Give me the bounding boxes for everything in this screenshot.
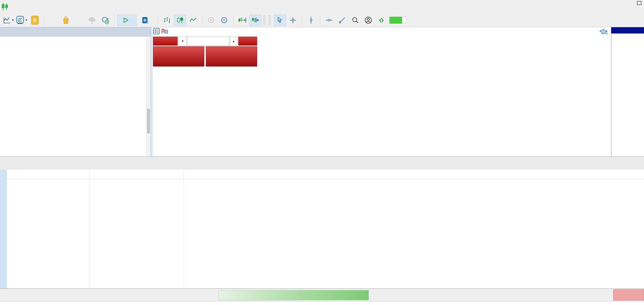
search-icon: [352, 16, 359, 24]
horizontal-line-icon: [325, 18, 333, 22]
volume-down-button[interactable]: ▼: [179, 37, 187, 46]
market-watch-button[interactable]: ▼: [16, 15, 28, 26]
volume-input[interactable]: [187, 37, 229, 46]
macd-current-box: [611, 27, 644, 34]
app-logo-icon: [1, 2, 8, 12]
trendline-tool-button[interactable]: [336, 15, 348, 26]
log-table-header: [7, 170, 644, 179]
algo-trading-button[interactable]: [117, 15, 137, 26]
connection-status-bar: [389, 17, 406, 24]
zoom-in-button[interactable]: [205, 15, 217, 26]
toolbar: ▼ ▼ $: [0, 13, 644, 27]
bar-chart-type-button[interactable]: [161, 15, 173, 26]
bottom-bar: [0, 289, 644, 301]
signals-button[interactable]: [73, 15, 85, 26]
cursor-icon: [276, 16, 284, 24]
community-button[interactable]: [99, 15, 111, 26]
navigator-scrollbar-thumb[interactable]: [147, 109, 150, 134]
candlestick-chart-type-button[interactable]: [174, 15, 186, 26]
navigator-tabs: [0, 157, 151, 170]
chart-title-row: [153, 28, 170, 34]
navigator-scrollbar[interactable]: [146, 37, 150, 157]
trendline-icon: [338, 16, 346, 24]
market-watch-caret-icon[interactable]: ▼: [25, 19, 28, 21]
crosshair-icon: [289, 16, 297, 24]
sell-button[interactable]: [153, 37, 178, 46]
zoom-out-button[interactable]: [218, 15, 230, 26]
toolbar-grip-2[interactable]: [268, 15, 271, 25]
chart-window-caret-icon[interactable]: ▼: [12, 19, 14, 21]
navigator-tree: [0, 37, 151, 157]
dollar-icon: $: [31, 16, 39, 25]
volume-up-button[interactable]: ▲: [230, 37, 237, 46]
chart-left-edge: [151, 27, 153, 157]
sell-price-box[interactable]: [153, 46, 204, 66]
new-order-icon: [142, 16, 149, 24]
crosshair-tool-button[interactable]: [287, 15, 299, 26]
ea-cap-icon: [600, 29, 607, 35]
log-panel: [0, 170, 644, 289]
chart-window-button[interactable]: ▼: [3, 15, 15, 26]
buy-button[interactable]: [238, 37, 257, 46]
cloud-button[interactable]: [86, 15, 98, 26]
log-collapse-strip[interactable]: [0, 170, 7, 289]
ea-badge: [597, 29, 607, 35]
one-click-trading-icon[interactable]: [161, 28, 168, 34]
horizontal-line-tool-button[interactable]: [323, 15, 335, 26]
market-button[interactable]: [60, 15, 72, 26]
shift-chart-button[interactable]: [236, 15, 248, 26]
level-up-arrow-icon: [379, 18, 384, 22]
buy-price-box[interactable]: [206, 46, 257, 66]
depth-of-market-icon[interactable]: [153, 28, 160, 34]
vertical-line-tool-button[interactable]: [305, 15, 317, 26]
line-chart-type-button[interactable]: [187, 15, 199, 26]
vertical-line-icon: [309, 16, 313, 24]
chart-tabs: [151, 157, 644, 170]
navigator-panel: [0, 27, 151, 157]
play-icon: [123, 17, 129, 23]
price-axis[interactable]: [611, 27, 644, 157]
navigator-header: [0, 27, 151, 37]
toolbar-grip[interactable]: [263, 15, 266, 25]
cursor-tool-button[interactable]: [274, 15, 286, 26]
account-icon: [364, 16, 372, 24]
economic-calendar-button[interactable]: $: [29, 15, 41, 26]
optimization-progress-bar: [218, 290, 369, 300]
level-up-button[interactable]: [375, 15, 387, 26]
account-button[interactable]: [362, 15, 374, 26]
auto-scroll-button[interactable]: [249, 15, 261, 26]
new-order-button[interactable]: [138, 15, 155, 26]
restore-button[interactable]: [637, 1, 641, 5]
chart-area[interactable]: ▼ ▲: [151, 27, 644, 157]
bottom-partial-row: [0, 301, 644, 305]
ide-button[interactable]: [47, 15, 59, 26]
trade-panel: ▼ ▲: [153, 37, 257, 66]
search-button[interactable]: [349, 15, 361, 26]
menu-bar: [0, 0, 644, 13]
mt5-window: ▼ ▼ $: [0, 0, 644, 305]
cancel-button[interactable]: [613, 289, 644, 301]
